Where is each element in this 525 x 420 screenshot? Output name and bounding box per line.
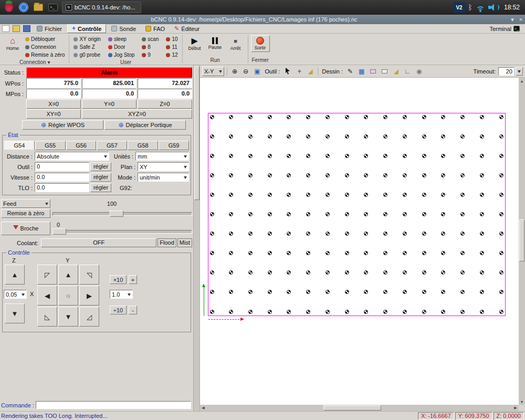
drill-hole[interactable] (306, 134, 310, 139)
drill-hole[interactable] (268, 290, 272, 294)
drill-hole[interactable] (326, 115, 330, 119)
drill-hole[interactable] (422, 310, 426, 314)
wpos-z-value[interactable]: 72.027 (138, 78, 192, 88)
drill-hole[interactable] (364, 173, 368, 177)
drill-hole[interactable] (499, 310, 503, 314)
drill-hole[interactable] (210, 134, 214, 139)
drill-hole[interactable] (345, 134, 349, 139)
drill-hole[interactable] (326, 290, 330, 294)
drill-hole[interactable] (460, 270, 465, 275)
drill-hole[interactable] (248, 154, 253, 158)
drill-hole[interactable] (403, 173, 407, 177)
drill-hole[interactable] (306, 232, 310, 236)
flood-button[interactable]: Flood (158, 238, 176, 247)
drill-hole[interactable] (306, 290, 310, 294)
camera-toggle-icon[interactable]: ◉ (414, 67, 424, 76)
drill-hole[interactable] (229, 310, 233, 314)
drill-hole[interactable] (480, 212, 484, 216)
drill-hole[interactable] (306, 154, 310, 158)
drill-hole[interactable] (287, 134, 291, 139)
drill-hole[interactable] (364, 251, 368, 255)
home-button[interactable]: ⌂ Home (3, 35, 22, 52)
drill-hole[interactable] (268, 193, 272, 197)
drill-hole[interactable] (210, 310, 214, 314)
drill-hole[interactable] (210, 270, 214, 275)
drill-hole[interactable] (441, 193, 445, 197)
raspberry-menu-icon[interactable] (3, 2, 15, 13)
draw-pen-icon[interactable]: ✎ (345, 67, 355, 76)
drill-hole[interactable] (229, 173, 233, 177)
shade-button[interactable]: ▾ (508, 16, 517, 23)
drill-hole[interactable] (326, 154, 330, 158)
jog-se-button[interactable]: ◿ (79, 307, 99, 327)
drill-hole[interactable] (422, 173, 426, 177)
command-input[interactable] (36, 401, 191, 409)
drill-hole[interactable] (480, 251, 484, 255)
drill-hole[interactable] (441, 154, 445, 158)
gcode-tab-g58[interactable]: G58 (128, 141, 158, 150)
spindle-slider[interactable] (52, 228, 192, 235)
macro-10-button[interactable]: 10 (164, 36, 179, 43)
drill-hole[interactable] (306, 115, 310, 119)
drill-hole[interactable] (287, 290, 291, 294)
drill-hole[interactable] (422, 232, 426, 236)
unlock-button[interactable]: Débloquer (24, 36, 66, 43)
feed-override-slider[interactable] (52, 210, 192, 217)
drill-hole[interactable] (364, 193, 368, 197)
drill-hole[interactable] (345, 173, 349, 177)
drill-hole[interactable] (403, 134, 407, 139)
drill-hole[interactable] (326, 310, 330, 314)
plane-combobox[interactable]: XY (138, 162, 189, 171)
macro-sleep-button[interactable]: sleep (107, 36, 136, 43)
drill-hole[interactable] (441, 134, 445, 139)
scroll-right-icon[interactable]: ▶ (512, 405, 519, 411)
drill-hole[interactable] (210, 173, 214, 177)
taskbar-window-button[interactable]: b bCNC 0.9.14-dev: /ho... (62, 2, 141, 13)
wpos-y-value[interactable]: 825.001 (82, 78, 136, 88)
drill-hole[interactable] (345, 310, 349, 314)
select-pointer-icon[interactable] (282, 67, 293, 76)
scroll-up-icon[interactable]: ▲ (519, 78, 525, 84)
drill-hole[interactable] (248, 173, 253, 177)
drill-hole[interactable] (460, 310, 465, 314)
drill-hole[interactable] (210, 232, 214, 236)
drill-hole[interactable] (480, 290, 484, 294)
drill-hole[interactable] (229, 115, 233, 119)
drill-hole[interactable] (229, 290, 233, 294)
jog-sw-button[interactable]: ◺ (37, 307, 57, 327)
tab-fao[interactable]: FAO (141, 24, 169, 33)
new-file-icon[interactable] (2, 25, 9, 32)
move-gantry-button[interactable]: ⊕ Déplacer Portique (104, 120, 186, 130)
drill-hole[interactable] (248, 270, 253, 275)
drill-hole[interactable] (268, 154, 272, 158)
drill-hole[interactable] (306, 212, 310, 216)
units-combobox[interactable]: mm (135, 152, 189, 161)
drill-hole[interactable] (480, 173, 484, 177)
workarea-toggle-icon[interactable] (380, 67, 390, 76)
ruler-toggle-icon[interactable]: ◢ (391, 67, 401, 76)
view-combobox[interactable]: X-Y (202, 67, 224, 76)
drill-hole[interactable] (345, 212, 349, 216)
drill-hole[interactable] (306, 270, 310, 275)
macro-xy-origin-button[interactable]: XY origin (72, 36, 102, 43)
open-file-icon[interactable] (13, 25, 20, 32)
drill-hole[interactable] (383, 115, 387, 119)
drill-hole[interactable] (383, 173, 387, 177)
drill-hole[interactable] (345, 193, 349, 197)
step-plus-button[interactable]: + (129, 275, 137, 284)
drill-hole[interactable] (403, 290, 407, 294)
drill-hole[interactable] (441, 212, 445, 216)
tab-controle[interactable]: + Contrôle (67, 24, 106, 33)
h-scroll-thumb[interactable] (323, 405, 381, 411)
drill-hole[interactable] (326, 193, 330, 197)
drill-hole[interactable] (441, 173, 445, 177)
axes-toggle-icon[interactable]: ∟ (402, 67, 413, 76)
canvas-horizontal-scrollbar[interactable]: ◀ ▶ (200, 405, 519, 411)
connection-group-label[interactable]: Connection ▾ (1, 59, 68, 65)
canvas-vertical-scrollbar[interactable]: ▲ ▼ (519, 78, 525, 405)
xy-step-combobox[interactable]: 1.0 (110, 290, 133, 299)
jog-z-up-button[interactable]: ▲ (5, 265, 25, 285)
drill-hole[interactable] (480, 134, 484, 139)
drill-hole[interactable] (306, 310, 310, 314)
drill-hole[interactable] (383, 212, 387, 216)
